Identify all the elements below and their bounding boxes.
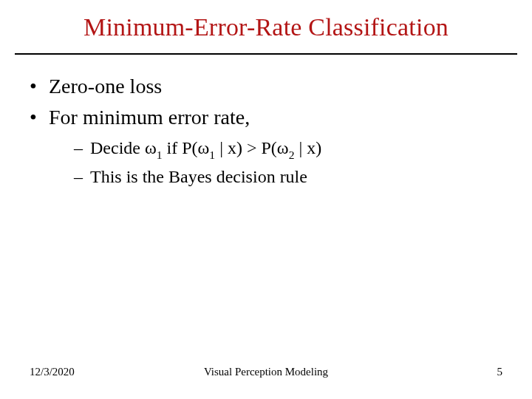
sub-bullet-text: | x) > P( <box>215 138 277 157</box>
bullet-text: Zero-one loss <box>49 75 162 98</box>
slide: Minimum-Error-Rate Classification Zero-o… <box>0 0 532 399</box>
bullet-text: For minimum error rate, <box>49 106 250 129</box>
title-underline <box>15 53 517 55</box>
sub-bullet-text: Decide <box>90 138 145 157</box>
omega-symbol: ω <box>277 138 289 157</box>
bullet-item: Zero-one loss <box>27 72 510 100</box>
sub-bullet-item: Decide ω1 if P(ω1 | x) > P(ω2 | x) <box>74 136 510 163</box>
subscript: 1 <box>157 149 163 161</box>
omega-symbol: ω <box>145 138 157 157</box>
omega-symbol: ω <box>198 138 210 157</box>
subscript: 1 <box>209 149 215 161</box>
slide-title: Minimum-Error-Rate Classification <box>0 0 532 49</box>
sub-bullet-item: This is the Bayes decision rule <box>74 165 510 190</box>
footer-title: Visual Perception Modeling <box>204 366 328 378</box>
footer-date: 12/3/2020 <box>30 366 75 378</box>
slide-footer: 12/3/2020 Visual Perception Modeling 5 <box>0 366 532 378</box>
sub-bullet-list: Decide ω1 if P(ω1 | x) > P(ω2 | x) This … <box>49 136 510 190</box>
bullet-list: Zero-one loss For minimum error rate, De… <box>27 72 510 190</box>
footer-page-number: 5 <box>497 366 503 378</box>
bullet-item: For minimum error rate, Decide ω1 if P(ω… <box>27 103 510 190</box>
slide-body: Zero-one loss For minimum error rate, De… <box>0 72 532 190</box>
sub-bullet-text: This is the Bayes decision rule <box>90 167 307 186</box>
sub-bullet-text: if P( <box>163 138 198 157</box>
subscript: 2 <box>289 149 295 161</box>
sub-bullet-text: | x) <box>294 138 321 157</box>
